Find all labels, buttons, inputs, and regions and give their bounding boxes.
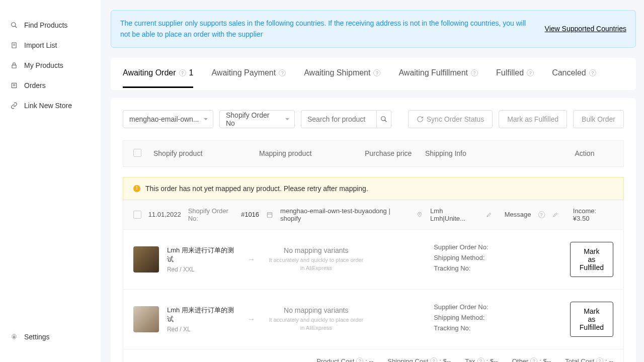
sidebar-item-my-products[interactable]: My Products — [0, 55, 101, 75]
mapping-subtitle: It accurately and quickly to place order… — [267, 316, 365, 332]
product-variant: Red / XL — [167, 326, 236, 333]
tab-label: Awaiting Order — [123, 68, 176, 77]
help-icon[interactable]: ? — [179, 69, 186, 76]
supplier-order-no: Supplier Order No: — [434, 303, 562, 311]
store-select[interactable]: menghao-email-own... — [123, 110, 213, 128]
mark-as-fulfilled-button[interactable]: Mark as Fulfilled — [570, 242, 613, 277]
lock-icon — [10, 61, 18, 69]
order-date: 11.01,2022 — [148, 211, 181, 218]
list-icon — [10, 81, 18, 89]
help-icon[interactable]: ? — [279, 69, 286, 76]
sidebar-item-link-store[interactable]: Link New Store — [0, 96, 101, 116]
tab-label: Fulfilled — [496, 68, 524, 77]
th-mapping: Mapping product — [259, 149, 365, 157]
svg-point-10 — [381, 117, 385, 121]
order-customer: Lmh Lmh|Unite... — [430, 207, 478, 222]
sidebar: Find Products Import List My Products Or… — [0, 0, 101, 362]
help-icon[interactable]: ? — [356, 357, 363, 362]
help-icon[interactable]: ? — [596, 357, 603, 362]
tab-label: Awaiting Fulfillment — [398, 68, 468, 77]
sidebar-item-find-products[interactable]: Find Products — [0, 15, 101, 35]
sync-order-status-button[interactable]: Sync Order Status — [408, 110, 493, 128]
sidebar-item-label: Settings — [24, 333, 50, 341]
svg-rect-12 — [267, 213, 272, 217]
product-image — [133, 306, 159, 332]
tab-awaiting-order[interactable]: Awaiting Order ? 1 — [123, 59, 193, 88]
search-icon — [10, 21, 18, 29]
tabs: Awaiting Order ? 1 Awaiting Payment ? Aw… — [111, 58, 636, 90]
tab-canceled[interactable]: Canceled ? — [552, 59, 596, 88]
shipping-cost-value: : $-- — [439, 357, 451, 362]
income-label: Income: — [573, 207, 596, 215]
gear-icon — [10, 333, 18, 341]
banner-text: The current supplier only supports sales… — [120, 18, 535, 40]
bulk-order-button[interactable]: Bulk Order — [573, 110, 624, 128]
search-button[interactable] — [376, 110, 391, 128]
sidebar-item-settings[interactable]: Settings — [0, 327, 101, 347]
edit-icon[interactable] — [552, 211, 559, 218]
search-wrap — [301, 110, 391, 128]
mapping-title: No mapping variants — [267, 246, 365, 254]
tab-fulfilled[interactable]: Fulfilled ? — [496, 59, 534, 88]
mark-as-fulfilled-button[interactable]: Mark as Fulfilled — [570, 302, 613, 337]
tab-awaiting-fulfillment[interactable]: Awaiting Fulfillment ? — [398, 59, 478, 88]
view-supported-countries-link[interactable]: View Supported Countries — [545, 25, 626, 33]
help-icon[interactable]: ? — [538, 211, 545, 218]
svg-rect-5 — [12, 65, 16, 68]
tax-value: : $-- — [487, 357, 498, 362]
sidebar-item-label: Import List — [24, 41, 57, 49]
message-label: Message — [505, 211, 531, 218]
svg-line-11 — [385, 120, 387, 122]
product-cost-label: Product Cost — [316, 357, 354, 362]
order-line-1: Lmh 用来进行订单的测试 Red / XXL → No mapping var… — [123, 230, 624, 290]
refresh-icon — [417, 116, 424, 123]
help-icon[interactable]: ? — [471, 69, 478, 76]
th-shipping: Shipping Info — [425, 149, 556, 157]
th-price: Purchase price — [365, 149, 425, 157]
order-checkbox[interactable] — [133, 211, 141, 219]
tab-awaiting-payment[interactable]: Awaiting Payment ? — [211, 59, 286, 88]
cost-footer: Product Cost?: -- Shipping Cost?: $-- Ta… — [123, 349, 624, 362]
svg-point-0 — [12, 23, 16, 27]
total-cost-value: : -- — [605, 357, 613, 362]
order-no: #1016 — [241, 211, 259, 218]
help-icon[interactable]: ? — [589, 69, 596, 76]
mark-fulfilled-button[interactable]: Mark as Fulfilled — [499, 110, 567, 128]
edit-icon[interactable] — [486, 211, 493, 218]
help-icon[interactable]: ? — [530, 357, 537, 362]
shipping-cost-label: Shipping Cost — [387, 357, 428, 362]
select-all-checkbox[interactable] — [133, 149, 141, 157]
order-store: menghao-email-own-test-buyaodong | shopi… — [280, 207, 409, 222]
location-icon — [416, 211, 423, 218]
shipping-method: Shipping Method: — [434, 314, 562, 321]
supplier-order-no: Supplier Order No: — [434, 243, 562, 251]
document-icon — [10, 41, 18, 49]
sidebar-item-import-list[interactable]: Import List — [0, 35, 101, 55]
sidebar-item-label: Link New Store — [24, 102, 72, 110]
income-value: ¥3.50 — [573, 215, 590, 222]
svg-point-9 — [13, 336, 15, 338]
sidebar-item-label: Orders — [24, 81, 46, 89]
search-input[interactable] — [301, 110, 376, 128]
product-cost-value: : -- — [365, 357, 373, 362]
help-icon[interactable]: ? — [477, 357, 485, 362]
help-icon[interactable]: ? — [527, 69, 534, 76]
warning-icon: ! — [133, 185, 140, 192]
warning-text: This order has not yet mapped any produc… — [145, 185, 368, 193]
order-type-select[interactable]: Shopify Order No — [219, 110, 295, 128]
sidebar-item-orders[interactable]: Orders — [0, 75, 101, 96]
th-action: Action — [556, 149, 613, 157]
mapping-title: No mapping variants — [267, 306, 365, 314]
tab-awaiting-shipment[interactable]: Awaiting Shipment ? — [304, 59, 380, 88]
order-line-2: Lmh 用来进行订单的测试 Red / XL → No mapping vari… — [123, 290, 624, 349]
button-label: Sync Order Status — [427, 115, 484, 123]
tab-label: Canceled — [552, 68, 586, 77]
help-icon[interactable]: ? — [430, 357, 437, 362]
tab-label: Awaiting Shipment — [304, 68, 370, 77]
sidebar-item-label: Find Products — [24, 21, 67, 29]
mapping-subtitle: It accurately and quickly to place order… — [267, 256, 365, 272]
order-header: 11.01,2022 Shopify Order No: #1016 mengh… — [123, 200, 624, 230]
help-icon[interactable]: ? — [373, 69, 380, 76]
tab-label: Awaiting Payment — [211, 68, 276, 77]
filters-row: menghao-email-own... Shopify Order No Sy… — [123, 110, 624, 128]
